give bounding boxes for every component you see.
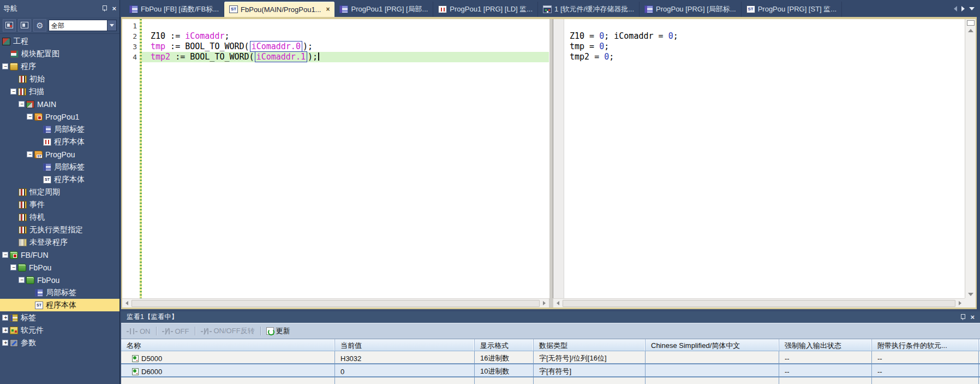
cell-0-1[interactable]: H3032 [335, 351, 475, 363]
tab-scroll-right-icon[interactable] [961, 6, 965, 11]
tree-item-事件[interactable]: 事件 [0, 198, 119, 211]
scroll-right-icon[interactable] [955, 299, 965, 308]
tree-item-局部标签[interactable]: 局部标签 [0, 286, 119, 299]
cell-0-6[interactable]: -- [872, 351, 979, 363]
off-button[interactable]: OFF [160, 326, 192, 336]
collapse-box-icon[interactable] [27, 114, 33, 120]
tab-3[interactable]: ProgPou1 [PRG] [LD] 监... [433, 2, 538, 17]
cell-1-3[interactable]: 字[有符号] [534, 364, 646, 376]
header-cell-4[interactable]: Chinese Simplified/简体中文 [646, 339, 779, 351]
on-button[interactable]: ON [124, 326, 153, 336]
header-cell-2[interactable]: 显示格式 [475, 339, 534, 351]
code-horizontal-scrollbar[interactable] [122, 298, 549, 308]
collapse-box-icon[interactable] [19, 101, 25, 107]
expand-box-icon[interactable] [2, 315, 8, 321]
tree-item-待机[interactable]: 待机 [0, 211, 119, 223]
tree-item-恒定周期[interactable]: 恒定周期 [0, 186, 119, 198]
cell-1-6[interactable]: -- [872, 364, 979, 376]
tree-item-ProgPou1[interactable]: ProgPou1 [0, 110, 119, 123]
tree-item-参数[interactable]: 参数 [0, 336, 119, 349]
cell-1-5[interactable]: -- [779, 364, 872, 376]
tree-item-程序[interactable]: 程序 [0, 60, 119, 73]
scroll-left-icon[interactable] [122, 299, 132, 308]
cell-1-0[interactable]: D6000 [121, 364, 335, 376]
header-cell-0[interactable]: 名称 [121, 339, 335, 351]
scroll-right-icon[interactable] [540, 299, 549, 308]
cell-0-2[interactable]: 16进制数 [475, 351, 534, 363]
collapse-box-icon[interactable] [2, 63, 8, 69]
code-line-3: tmp := BOOL_TO_WORD(iComaddr.0); [142, 42, 549, 52]
tab-close-icon[interactable]: × [326, 5, 330, 13]
nav-close-icon[interactable]: × [112, 5, 116, 12]
scroll-left-icon[interactable] [553, 299, 563, 308]
tab-2[interactable]: ProgPou1 [PRG] [局部... [334, 2, 433, 17]
tab-4[interactable]: 1 [软元件/缓冲存储器批... [538, 2, 640, 17]
tab-6[interactable]: ProgPou [PRG] [ST] 监... [742, 2, 842, 17]
tree-item-模块配置图[interactable]: 模块配置图 [0, 48, 119, 60]
cell-0-4[interactable] [646, 351, 779, 363]
tree-item-程序本体[interactable]: 程序本体 [0, 173, 119, 186]
tree-item-扫描[interactable]: 扫描 [0, 85, 119, 98]
watch-pin-icon[interactable] [959, 314, 966, 321]
nav-settings-button[interactable]: ⚙ [33, 19, 46, 32]
editor-split-handle[interactable] [549, 19, 553, 298]
tree-item-MAIN[interactable]: MAIN [0, 98, 119, 110]
tree-item-程序本体[interactable]: 程序本体 [0, 299, 119, 311]
cell-1-2[interactable]: 10进制数 [475, 364, 534, 376]
tree-item-FbPou[interactable]: FbPou [0, 261, 119, 274]
tab-5[interactable]: ProgPou [PRG] [局部标... [640, 2, 742, 17]
tree-item-FB/FUN[interactable]: FB/FUN [0, 249, 119, 261]
collapse-box-icon[interactable] [19, 277, 25, 283]
header-cell-6[interactable]: 附带执行条件的软元... [872, 339, 979, 351]
header-cell-5[interactable]: 强制输入输出状态 [779, 339, 872, 351]
tree-collapse-button[interactable] [3, 19, 16, 32]
tree-item-局部标签[interactable]: 局部标签 [0, 161, 119, 173]
tree-item-未登录程序[interactable]: 未登录程序 [0, 236, 119, 249]
collapse-box-icon[interactable] [2, 252, 8, 258]
cell-0-0[interactable]: D5000 [121, 351, 335, 363]
tree-item-标签[interactable]: 标签 [0, 311, 119, 324]
cell-0-5[interactable]: -- [779, 351, 872, 363]
scrollbar-thumb[interactable] [563, 300, 955, 307]
tab-scroll-left-icon[interactable] [954, 6, 957, 11]
cell-1-4[interactable] [646, 364, 779, 376]
tree-item-FbPou[interactable]: FbPou [0, 274, 119, 286]
expand-box-icon[interactable] [2, 340, 8, 346]
scrollbar-split-box[interactable] [967, 20, 975, 26]
on-off-invert-button[interactable]: ON/OFF反转 [199, 325, 257, 337]
tab-1[interactable]: FbPou(MAIN/ProgPou1...× [224, 2, 334, 17]
collapse-box-icon[interactable] [27, 151, 33, 157]
header-cell-3[interactable]: 数据类型 [534, 339, 646, 351]
scrollbar-thumb[interactable] [132, 300, 540, 307]
monitor-horizontal-scrollbar[interactable] [553, 298, 965, 308]
fb-folder-icon [26, 276, 34, 284]
tree-item-软元件[interactable]: 软元件 [0, 324, 119, 336]
tree-display-button[interactable] [18, 19, 31, 32]
filter-dropdown-button[interactable] [107, 20, 117, 31]
scroll-down-icon[interactable] [968, 293, 973, 296]
watch-close-icon[interactable]: × [970, 314, 975, 321]
tree-item-初始[interactable]: 初始 [0, 73, 119, 85]
scroll-up-icon[interactable] [968, 29, 973, 32]
collapse-box-icon[interactable] [10, 264, 16, 270]
watch-row-D6000[interactable]: D6000010进制数字[有符号]---- [121, 364, 980, 377]
tree-item-工程[interactable]: 工程 [0, 35, 119, 48]
tab-0[interactable]: FbPou [FB] [函数/FB标... [124, 2, 224, 17]
cell-1-1[interactable]: 0 [335, 364, 475, 376]
tree-item-无执行类型指定[interactable]: 无执行类型指定 [0, 223, 119, 236]
tree-item-label: 工程 [13, 37, 28, 46]
tree-item-程序本体[interactable]: 程序本体 [0, 135, 119, 148]
tree-item-局部标签[interactable]: 局部标签 [0, 123, 119, 135]
update-button[interactable]: 更新 [264, 325, 292, 337]
header-cell-1[interactable]: 当前值 [335, 339, 475, 351]
code-editor-area[interactable]: 1 2 3 4 Z10 := iComaddr; tmp := BOOL_TO_… [122, 19, 549, 298]
tree-item-ProgPou[interactable]: ProgPou [0, 148, 119, 161]
cell-0-3[interactable]: 字[无符号]/位列[16位] [534, 351, 646, 363]
vertical-scrollbar[interactable] [965, 19, 976, 298]
tab-list-dropdown-icon[interactable] [969, 7, 975, 10]
nav-pin-icon[interactable] [101, 5, 107, 12]
collapse-box-icon[interactable] [10, 88, 16, 94]
expand-box-icon[interactable] [2, 327, 8, 333]
watch-row-D5000[interactable]: D5000H303216进制数字[无符号]/位列[16位]---- [121, 351, 980, 364]
tree-filter-select[interactable]: 全部 [49, 20, 117, 31]
